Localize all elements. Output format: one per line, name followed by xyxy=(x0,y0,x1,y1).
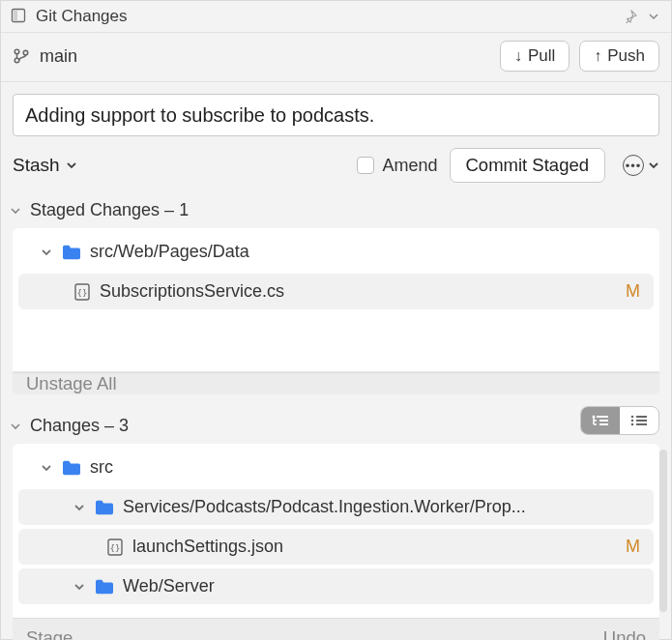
tree-folder-row[interactable]: Services/Podcasts/Podcast.Ingestion.Work… xyxy=(18,489,654,525)
push-button[interactable]: ↑ Push xyxy=(579,41,659,72)
action-row: Stash Amend Commit Staged ••• xyxy=(1,144,671,192)
tree-file-row[interactable]: {} launchSettings.json M xyxy=(18,529,654,565)
branch-bar: main ↓ Pull ↑ Push xyxy=(1,33,671,82)
svg-point-14 xyxy=(631,416,634,419)
amend-checkbox[interactable] xyxy=(357,157,374,174)
folder-path: Services/Podcasts/Podcast.Ingestion.Work… xyxy=(123,497,526,517)
title-bar: Git Changes xyxy=(1,1,671,33)
view-mode-toggle xyxy=(580,406,659,435)
git-changes-panel: Git Changes main ↓ Pull ↑ Push Stash xyxy=(0,0,672,640)
branch-icon xyxy=(13,47,30,65)
scrollbar[interactable] xyxy=(659,450,667,612)
commit-message-wrap xyxy=(1,82,671,144)
branch-name[interactable]: main xyxy=(40,46,77,67)
chevron-down-icon xyxy=(9,420,22,433)
tree-folder-row[interactable]: Web/Server xyxy=(18,568,654,604)
svg-rect-1 xyxy=(14,11,17,20)
folder-path: src xyxy=(90,457,113,478)
chevron-down-icon xyxy=(40,246,53,259)
up-arrow-icon: ↑ xyxy=(594,48,601,64)
chevron-down-icon xyxy=(66,160,77,171)
tree-file-row[interactable]: {} SubscriptionsService.cs M xyxy=(18,274,654,309)
file-status-modified: M xyxy=(626,537,646,557)
staged-tree: src/Web/Pages/Data {} SubscriptionsServi… xyxy=(13,228,659,372)
stash-dropdown[interactable]: Stash xyxy=(13,155,77,176)
amend-label: Amend xyxy=(382,156,437,176)
svg-point-4 xyxy=(23,50,28,55)
undo-button[interactable]: Undo xyxy=(590,627,659,641)
folder-path: Web/Server xyxy=(123,576,215,596)
changes-label: Changes – 3 xyxy=(30,416,129,436)
stage-button[interactable]: Stage xyxy=(13,627,86,641)
chevron-down-icon xyxy=(40,461,53,475)
more-actions-button[interactable]: ••• xyxy=(617,155,659,176)
commit-staged-button[interactable]: Commit Staged xyxy=(450,148,606,183)
staged-changes-label: Staged Changes – 1 xyxy=(30,200,189,220)
list-view-button[interactable] xyxy=(620,407,658,434)
folder-icon xyxy=(94,578,115,596)
folder-icon xyxy=(94,499,115,516)
svg-text:{}: {} xyxy=(110,543,121,553)
folder-icon xyxy=(61,244,82,261)
tree-folder-row[interactable]: src xyxy=(15,450,657,485)
file-name: SubscriptionsService.cs xyxy=(100,281,284,302)
staged-changes-header[interactable]: Staged Changes – 1 xyxy=(1,192,671,226)
svg-text:{}: {} xyxy=(77,288,88,298)
changes-header[interactable]: Changes – 3 xyxy=(1,408,671,442)
tree-view-button[interactable] xyxy=(581,407,620,434)
svg-point-16 xyxy=(631,423,634,426)
changes-footer: Stage Undo xyxy=(13,618,659,640)
folder-icon xyxy=(61,459,82,477)
amend-toggle[interactable]: Amend xyxy=(357,156,437,176)
chevron-down-icon xyxy=(648,160,659,171)
code-file-icon: {} xyxy=(73,282,92,302)
svg-point-15 xyxy=(631,420,634,422)
unstage-all-button[interactable]: Unstage All xyxy=(13,373,131,394)
chevron-down-icon xyxy=(73,501,86,514)
file-name: launchSettings.json xyxy=(132,537,283,557)
file-status-modified: M xyxy=(626,281,646,302)
chevron-down-icon xyxy=(73,580,86,594)
chevron-down-icon xyxy=(9,204,22,218)
ellipsis-icon: ••• xyxy=(623,155,644,176)
staged-footer: Unstage All xyxy=(13,372,659,394)
svg-point-2 xyxy=(15,49,19,54)
pin-icon[interactable] xyxy=(623,9,638,24)
tree-folder-row[interactable]: src/Web/Pages/Data xyxy=(15,234,657,270)
changes-tree: src Services/Podcasts/Podcast.Ingestion.… xyxy=(13,444,659,618)
panel-title: Git Changes xyxy=(36,7,128,26)
code-file-icon: {} xyxy=(105,538,125,557)
panel-menu-chevron-icon[interactable] xyxy=(646,9,661,24)
stash-label: Stash xyxy=(13,155,60,176)
pull-button[interactable]: ↓ Pull xyxy=(500,41,570,72)
panel-icon xyxy=(11,8,28,25)
folder-path: src/Web/Pages/Data xyxy=(90,242,249,262)
push-label: Push xyxy=(607,46,645,66)
pull-label: Pull xyxy=(528,46,555,66)
commit-message-input[interactable] xyxy=(13,94,659,136)
down-arrow-icon: ↓ xyxy=(514,48,522,64)
